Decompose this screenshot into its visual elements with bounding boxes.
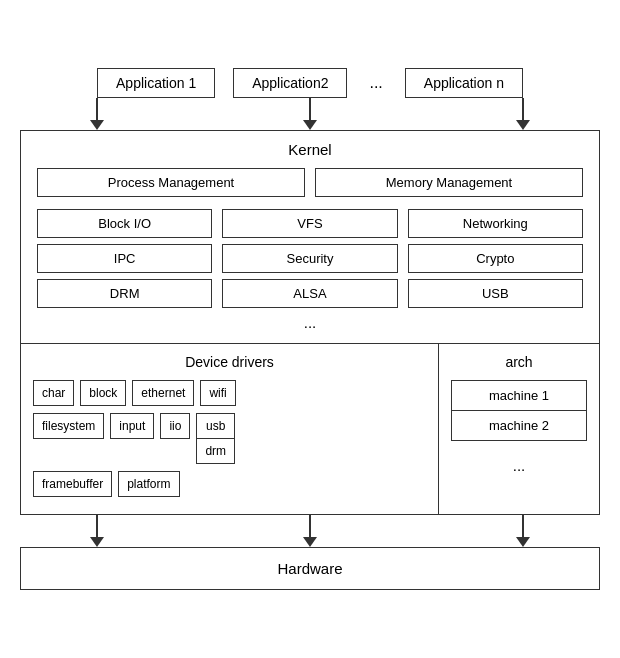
appN-box: Application n	[405, 68, 523, 98]
device-drivers-label: Device drivers	[33, 354, 426, 370]
hardware-box: Hardware	[20, 547, 600, 590]
kernel-grid-row3: DRM ALSA USB	[37, 279, 583, 308]
kernel-grid-row1: Block I/O VFS Networking	[37, 209, 583, 238]
driver-row-1: char block ethernet wifi	[33, 380, 426, 406]
app1-box: Application 1	[97, 68, 215, 98]
arrow-bottom-2	[303, 515, 317, 547]
networking-box: Networking	[408, 209, 583, 238]
platform-box: platform	[118, 471, 179, 497]
ipc-box: IPC	[37, 244, 212, 273]
ethernet-box: ethernet	[132, 380, 194, 406]
apps-dots: ...	[369, 74, 382, 92]
arrow-bottom-1	[90, 515, 104, 547]
kernel-dots: ...	[37, 314, 583, 331]
arrow1	[90, 98, 104, 130]
usb-box: USB	[408, 279, 583, 308]
top-apps-row: Application 1 Application2 ... Applicati…	[97, 68, 523, 98]
arrow3	[516, 98, 530, 130]
kernel-label: Kernel	[37, 141, 583, 158]
arch-machines: machine 1 machine 2	[451, 380, 587, 441]
process-management-box: Process Management	[37, 168, 305, 197]
arrow-bottom-3	[516, 515, 530, 547]
drm-box: DRM	[37, 279, 212, 308]
memory-management-box: Memory Management	[315, 168, 583, 197]
main-outer-box: Kernel Process Management Memory Managem…	[20, 130, 600, 515]
framebuffer-box: framebuffer	[33, 471, 112, 497]
wifi-box: wifi	[200, 380, 235, 406]
vfs-box: VFS	[222, 209, 397, 238]
arrow2	[303, 98, 317, 130]
security-box: Security	[222, 244, 397, 273]
crypto-box: Crypto	[408, 244, 583, 273]
arch-section: arch machine 1 machine 2 ...	[439, 344, 599, 514]
driver-row-3: framebuffer platform	[33, 471, 426, 497]
kernel-section: Kernel Process Management Memory Managem…	[21, 131, 599, 344]
char-box: char	[33, 380, 74, 406]
iio-box: iio	[160, 413, 190, 439]
diagram: Application 1 Application2 ... Applicati…	[20, 68, 600, 590]
arch-label: arch	[505, 354, 532, 370]
usb-driver-box: usb	[196, 413, 235, 439]
arch-dots: ...	[513, 457, 526, 474]
drm-driver-box: drm	[196, 439, 235, 464]
kernel-top-row: Process Management Memory Management	[37, 168, 583, 197]
block-io-box: Block I/O	[37, 209, 212, 238]
bottom-section: Device drivers char block ethernet wifi …	[21, 344, 599, 514]
usb-drm-stacked: usb drm	[196, 413, 235, 464]
app2-box: Application2	[233, 68, 347, 98]
filesystem-box: filesystem	[33, 413, 104, 439]
kernel-grid-row2: IPC Security Crypto	[37, 244, 583, 273]
block-box: block	[80, 380, 126, 406]
device-drivers-section: Device drivers char block ethernet wifi …	[21, 344, 439, 514]
driver-row-2: filesystem input iio usb drm	[33, 413, 426, 464]
machine2-box: machine 2	[451, 410, 587, 441]
alsa-box: ALSA	[222, 279, 397, 308]
input-box: input	[110, 413, 154, 439]
machine1-box: machine 1	[451, 380, 587, 410]
